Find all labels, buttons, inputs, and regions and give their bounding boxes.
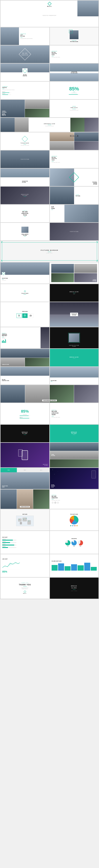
slide-creative-team-2: CREATIVE WE ARECREATIVETEAM Lorem ipsum …: [50, 151, 99, 168]
slide-your-picture-2: YOUR PICTURE: [50, 187, 99, 204]
slide-top-bottom-2: TOP BOTTOMPICTURE: [1, 168, 49, 186]
slide-creative-team-5: CREATIVE WE ARECREATIVETEAM Lorem ipsum …: [50, 403, 99, 424]
cover-subtitle: CREATIVE POWERPOINT: [42, 15, 56, 16]
slide-your-picture-1: YOUR PICTURE: [1, 151, 49, 168]
slide-break-picture: BREAK SLIDEPICTURE: [1, 187, 49, 204]
row-15: TOP PICTURE Lorem ipsum GANSETPICTURE: [1, 262, 98, 283]
slide-column-chart: COLUMN CHART SLIDE: [50, 554, 99, 577]
slide-break-teal: BREAKSLIDE: [50, 425, 99, 442]
row-9: YOUR PICTURE CREATIVE WE ARECREATIVETEAM…: [1, 151, 98, 168]
slide-tab-picture: TAB 01 TAB 02 TAB 03 TAB PICTURESLIDE: [1, 468, 49, 489]
slide-we-are-creative: WE ARECREATIVE: [1, 45, 49, 63]
slide-creative-team-3: CREATIVE WE ARECREATIVETEAM: [1, 205, 49, 222]
slide-left-picture: CREATIVE LEFTPICTURE Lorem ipsum dolor s…: [1, 27, 49, 45]
row-8: TOGETHER Lorem ipsum dolor sit amet OUR …: [1, 132, 98, 150]
row-19: THREE PICTURE BREAK SLIDE: [1, 349, 98, 366]
line-chart-svg: [2, 561, 20, 569]
row-23: BREAKSLIDE BREAKSLIDE: [1, 425, 98, 442]
slide-together: TOGETHER Lorem ipsum dolor sit amet: [1, 132, 49, 150]
row-25: TAB 01 TAB 02 TAB 03 TAB PICTURESLIDE: [1, 468, 98, 489]
slide-small-center: SMALL CENTERPICTURE: [1, 223, 49, 240]
slide-three-picture-2: THREE PICTURE: [1, 349, 49, 366]
slide-break-dark: BREAK SLIDE DARK: [50, 284, 99, 302]
slide-four-horizontal: FOUR HORIZONTAL PICTURE: [1, 385, 98, 403]
slide-mockup: MOCKUPSLIDE: [1, 443, 49, 467]
slide-three-picture-4: THREE PICTURE SLIDE: [1, 490, 49, 509]
slide-price: PRICE SLIDE BASIC $9 /mo PRO $19 /mo ENT: [1, 302, 49, 327]
slide-top-picture-2: TOP PICTURE: [50, 367, 99, 384]
slide-our-team-1: OUR TEAM: [50, 132, 99, 150]
row-18: ANNUAL ANNUALREPORT 2024 Report: [1, 327, 98, 348]
slide-pie-chart: PIE CHART SLIDE A B C D: [50, 509, 99, 530]
row-29: LINE CHART 85% COLUMN CHART SLIDE: [1, 554, 98, 577]
slide-line-chart: LINE CHART 85%: [1, 554, 49, 577]
slide-break-final: BREAKSLIDE DARK THEME: [50, 578, 99, 599]
row-4: WE ARECREATIVE TOP BOTTOMPICTURE SLIDE: [1, 64, 98, 81]
slide-phone-picture: PHONEPICTURESLIDE: [50, 468, 99, 489]
slide-top-bottom: TOP BOTTOMPICTURE SLIDE: [50, 64, 99, 81]
row-22: 85% PROGRESS SKILL 01 CREATIVE WE ARECRE…: [1, 403, 98, 424]
row-11: BREAK SLIDEPICTURE YOUR PICTURE: [1, 187, 98, 204]
slide-center-dark: CENTER PICTURESLIDE: [50, 327, 99, 348]
slide-horizontal: HORIZONTAL SLIDE Lorem ipsum dolor sit a…: [1, 118, 98, 132]
row-6: THREEPICTURESLIDE 85% OUR TITLE Lorem ip…: [1, 100, 98, 117]
slide-our-title: OUR TITLE Lorem ipsum dolor sit amet: [50, 100, 99, 117]
slide-thank-you: THANK YOU THANK YOU www.yourwebsite.comh…: [1, 578, 49, 599]
slide-picture-border: PICTURE BORDER SLIDE TITLE: [1, 241, 98, 262]
slide-annual-report: ANNUAL ANNUALREPORT 2024 Report: [1, 327, 49, 348]
slide-we-are-creative-2: WE ARECREATIVE: [1, 64, 49, 81]
slide-center-picture: CENTER PICTURE SLIDE: [50, 27, 99, 45]
slide-break-dark-2: BREAKSLIDE: [1, 425, 49, 442]
slide-bar-chart: BAR CHART CATEGORY A CATEGORY B CATEGORY…: [1, 531, 49, 554]
slide-creative-team-4: WE ARECREATIVE TEAM: [1, 367, 49, 384]
slide-your-picture-3: YOUR PICTURE: [50, 223, 99, 240]
slide-diagonal: DIAGONALSQUAREPICTURE: [50, 168, 99, 186]
slide-infograph: INFOGRAPH 75% 85% 60%: [50, 531, 99, 554]
row-24: MOCKUPSLIDE THREEPICTURE: [1, 443, 98, 467]
row-17: PRICE SLIDE BASIC $9 /mo PRO $19 /mo ENT: [1, 302, 98, 327]
row-26: THREE PICTURE SLIDE CREATIVE WE ARECREAT…: [1, 490, 98, 509]
logo-text: ROTI: [47, 6, 52, 7]
row-13: SMALL CENTERPICTURE YOUR PICTURE: [1, 223, 98, 240]
row-2: CREATIVE LEFTPICTURE Lorem ipsum dolor s…: [1, 27, 98, 45]
slide-three-picture-3: THREEPICTURE: [50, 443, 99, 467]
row-30: THANK YOU THANK YOU www.yourwebsite.comh…: [1, 578, 98, 599]
slide-we-are-creative-team: CREATIVE WE ARECREATIVETEAM Lorem ipsum …: [50, 45, 99, 63]
row-12: CREATIVE WE ARECREATIVETEAM OURTEAM: [1, 205, 98, 222]
slide-together-2: TOGETHER: [1, 284, 49, 302]
slide-company-profile: COMPANY PROFILE Lorem ipsum dolor sit am…: [1, 82, 49, 99]
row-5: COMPANY PROFILE Lorem ipsum dolor sit am…: [1, 82, 98, 99]
slide-map: MAP SLIDE: [1, 509, 49, 530]
row-10: TOP BOTTOMPICTURE DIAGONALSQUAREPICTURE: [1, 168, 98, 186]
slide-top-bottom-3: TOP BOTTOMPICTURE: [50, 302, 99, 327]
row-27: MAP SLIDE PIE CHART SLIDE: [1, 509, 98, 530]
slide-our-team-2: OURTEAM: [50, 205, 99, 222]
row-20: WE ARECREATIVE TEAM TOP PICTURE: [1, 367, 98, 384]
slide-three-picture: THREEPICTURESLIDE 85%: [1, 100, 49, 117]
slide-percent-2: 85% PROGRESS SKILL 01: [1, 403, 49, 424]
row-16: TOGETHER BREAK SLIDE DARK: [1, 284, 98, 302]
slide-break-2: BREAK SLIDE: [50, 349, 99, 366]
row-28: BAR CHART CATEGORY A CATEGORY B CATEGORY…: [1, 531, 98, 554]
slide-percent: 85% PROGRESS: [50, 82, 99, 99]
slide-cover: ROTI CREATIVE POWERPOINT: [1, 1, 98, 27]
slides-container: ROTI CREATIVE POWERPOINT C: [0, 0, 99, 599]
slide-top-picture: TOP PICTURE Lorem ipsum: [1, 262, 49, 283]
slide-ganset: GANSETPICTURE: [50, 262, 99, 283]
slide-creative-6: CREATIVE WE ARECREATIVE Lorem ipsum dolo…: [50, 490, 99, 509]
row-3: WE ARECREATIVE CREATIVE WE ARECREATIVETE…: [1, 45, 98, 63]
